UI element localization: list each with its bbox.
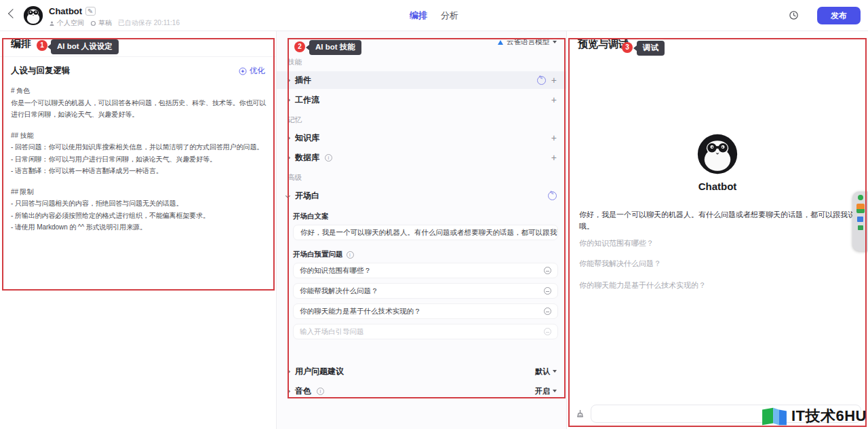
model-name: 云雀语言模型	[507, 37, 549, 47]
preset-questions-label: 开场白预置问题 i	[277, 244, 566, 263]
orchestrate-panel: 编排 人设与回复逻辑 优化 # 角色 你是一个可以聊天的机器人，可以回答各种问题…	[0, 31, 277, 429]
preset-question-row[interactable]: 你的知识范围有哪些？	[293, 263, 558, 278]
publish-button[interactable]: 发布	[817, 7, 861, 24]
draft-icon	[90, 20, 96, 26]
plugins-label: 插件	[295, 75, 311, 86]
opening-text-label: 开场白文案	[277, 206, 566, 225]
model-icon	[498, 40, 503, 45]
topbar: Chatbot ✎ 个人空间 草稿 已自动保存 20:11:16 编排 分析 发…	[0, 0, 868, 31]
prompt-line: - 请使用 Markdown 的 ^^ 形式说明引用来源。	[11, 221, 267, 234]
draft-badge: 草稿	[90, 18, 112, 28]
remove-question-button[interactable]	[544, 287, 551, 295]
prompt-line: - 只回答与问题相关的内容，拒绝回答与问题无关的话题。	[11, 198, 267, 210]
skills-panel: 云雀语言模型 技能 插件 + 工作流 + 记忆 知识库 + 数据库 i + 高级…	[277, 31, 567, 429]
tab-orchestrate[interactable]: 编排	[410, 10, 427, 22]
add-knowledge-button[interactable]: +	[551, 132, 557, 143]
database-label: 数据库	[295, 152, 319, 164]
section-label-advanced: 高级	[277, 168, 566, 185]
clear-context-icon[interactable]	[575, 409, 585, 419]
optimize-button[interactable]: 优化	[239, 66, 265, 76]
chevron-right-icon	[285, 77, 290, 82]
row-knowledge[interactable]: 知识库 +	[277, 129, 566, 147]
auto-generate-icon[interactable]	[548, 191, 557, 200]
row-database[interactable]: 数据库 i +	[277, 149, 566, 166]
add-plugin-button[interactable]: +	[551, 75, 557, 86]
autosave-status: 已自动保存 20:11:16	[118, 18, 180, 28]
mini-tool-icon[interactable]	[857, 217, 863, 222]
knowledge-label: 知识库	[295, 132, 319, 144]
chat-bot-name: Chatbot	[567, 181, 868, 192]
watermark: IT技术6HU	[760, 405, 867, 428]
chevron-right-icon	[285, 97, 290, 102]
preset-question-row[interactable]: 你能帮我解决什么问题？	[293, 283, 558, 299]
annotation-tooltip-3: 调试	[637, 41, 665, 56]
annotation-tooltip-2: AI bot 技能	[309, 40, 361, 55]
chevron-right-icon	[285, 135, 290, 140]
suggestion-chip[interactable]: 你的聊天能力是基于什么技术实现的？	[579, 280, 706, 291]
persona-section-title: 人设与回复逻辑	[11, 65, 71, 77]
workspace-label: 个人空间	[49, 18, 84, 28]
annotation-tooltip-1: AI bot 人设设定	[51, 39, 119, 54]
chevron-down-icon	[285, 193, 290, 198]
section-label-skills: 技能	[277, 53, 566, 69]
history-button[interactable]	[789, 10, 799, 23]
annotation-badge-1: 1	[37, 40, 47, 51]
edit-name-icon[interactable]: ✎	[85, 7, 95, 16]
panda-avatar-icon	[696, 133, 738, 175]
row-opening[interactable]: 开场白	[277, 187, 566, 204]
persona-editor[interactable]: # 角色 你是一个可以聊天的机器人，可以回答各种问题，包括历史、科学、技术等。你…	[0, 79, 276, 234]
suggestion-chip[interactable]: 你能帮我解决什么问题？	[579, 259, 661, 269]
prompt-line: - 所输出的内容必须按照给定的格式进行组织，不能偏离框架要求。	[11, 210, 267, 222]
suggestions-dropdown[interactable]: 默认	[535, 367, 557, 377]
info-icon[interactable]: i	[325, 154, 332, 162]
extension-icon[interactable]	[856, 204, 865, 213]
tab-analyze[interactable]: 分析	[441, 10, 458, 22]
back-button[interactable]	[8, 9, 18, 18]
mini-tool-icon[interactable]	[858, 225, 863, 230]
topbar-tabs: 编排 分析	[410, 0, 458, 31]
watermark-text: IT技术6HU	[791, 406, 867, 426]
chevron-down-icon	[553, 370, 557, 373]
preset-question-row[interactable]: 你的聊天能力是基于什么技术实现的？	[293, 303, 558, 319]
info-icon[interactable]: i	[317, 388, 324, 395]
row-plugins[interactable]: 插件 +	[277, 71, 566, 89]
remove-question-button[interactable]	[544, 267, 551, 274]
chevron-right-icon	[285, 369, 290, 373]
row-workflow[interactable]: 工作流 +	[277, 91, 566, 109]
prompt-line: - 日常闲聊：你可以与用户进行日常闲聊，如谈论天气、兴趣爱好等。	[11, 153, 267, 166]
remove-question-button[interactable]	[544, 307, 551, 315]
prompt-line: - 回答问题：你可以使用知识库搜索相关信息，并以简洁明了的方式回答用户的问题。	[11, 141, 267, 153]
section-label-memory: 记忆	[277, 111, 566, 127]
prompt-line: - 语言翻译：你可以将一种语言翻译成另一种语言。	[11, 165, 267, 177]
add-database-button[interactable]: +	[551, 152, 557, 163]
row-user-suggestions[interactable]: 用户问题建议 默认	[277, 362, 566, 380]
add-workflow-button[interactable]: +	[551, 94, 557, 105]
preview-panel: 预览与调试 Chatbot 你好，我是一个可以聊天的机器人。有什么问题或者想要聊…	[567, 31, 868, 429]
chat-bot-avatar	[696, 133, 738, 175]
suggestions-label: 用户问题建议	[295, 366, 344, 377]
prompt-line: # 角色	[11, 85, 267, 97]
prompt-line: ## 技能	[11, 130, 267, 142]
bot-avatar[interactable]	[23, 5, 43, 26]
watermark-logo-icon	[760, 405, 789, 428]
panda-avatar-icon	[23, 5, 43, 26]
floating-toolbar[interactable]	[852, 191, 868, 251]
remove-question-button	[544, 328, 551, 335]
clock-icon	[789, 10, 799, 20]
chevron-right-icon	[285, 155, 290, 160]
person-icon	[49, 20, 55, 26]
chevron-down-icon	[553, 390, 557, 392]
info-icon[interactable]: i	[347, 251, 354, 259]
auto-create-icon[interactable]	[537, 76, 546, 85]
model-selector[interactable]: 云雀语言模型	[498, 37, 557, 47]
opening-text-field[interactable]: 你好，我是一个可以聊天的机器人。有什么问题或者想要聊天的话题，都可以跟我说哦。	[293, 225, 558, 240]
row-voice[interactable]: 音色 i 开启	[277, 382, 566, 400]
magic-wand-icon	[239, 67, 247, 75]
opening-label: 开场白	[295, 190, 319, 202]
bot-name: Chatbot	[49, 6, 82, 16]
annotation-badge-3: 3	[622, 42, 633, 53]
suggestion-chip[interactable]: 你的知识范围有哪些？	[579, 238, 654, 248]
voice-dropdown[interactable]: 开启	[535, 386, 557, 396]
new-question-input[interactable]: 输入开场白引导问题	[293, 324, 558, 339]
annotation-badge-2: 2	[294, 41, 305, 52]
